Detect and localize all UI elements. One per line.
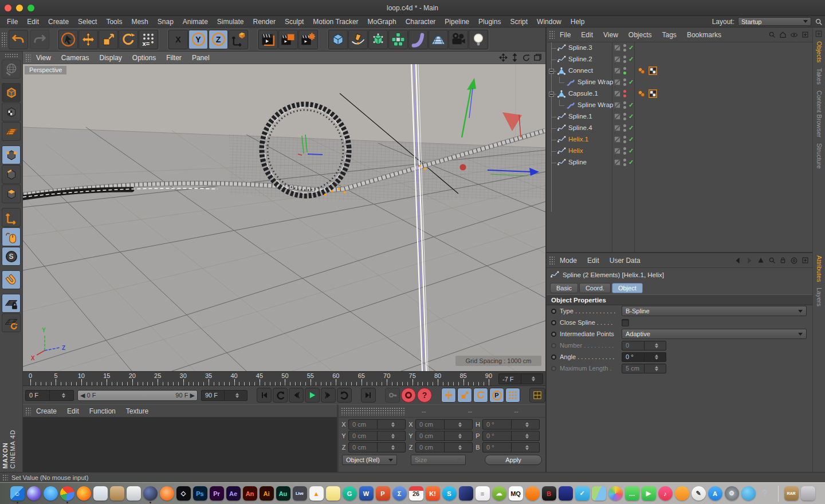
dock-messages-icon[interactable]: … (625, 486, 639, 501)
add-cloner-mograph-button[interactable] (388, 30, 408, 49)
sidebar-grip[interactable] (5, 53, 18, 58)
attr-back-icon[interactable] (734, 257, 742, 265)
dock-stickies-icon[interactable] (326, 486, 340, 501)
dynamics-tag-icon[interactable] (637, 66, 646, 75)
menu-cameras[interactable]: Cameras (56, 54, 95, 62)
viewport-scene[interactable]: Y Z X Grid Spacing : 1000 cm (23, 64, 545, 371)
layer-swatch[interactable] (614, 56, 620, 62)
perspective-viewport[interactable]: ViewCamerasDisplayOptionsFilterPanel Per… (23, 52, 545, 371)
ruler-frame-50[interactable]: 50 (281, 372, 288, 379)
frame-offset-field[interactable]: -7 F (498, 373, 543, 384)
dock-audition-icon[interactable]: Au (276, 486, 290, 501)
om-search-icon[interactable] (768, 31, 776, 38)
key-pla-toggle[interactable] (505, 388, 520, 403)
dock-siri-icon[interactable] (27, 486, 41, 501)
add-floor-environment-button[interactable] (429, 30, 448, 49)
om-home-icon[interactable] (779, 31, 787, 38)
dock-bitdefender-icon[interactable]: B (542, 486, 556, 501)
menu-file[interactable]: File (555, 31, 576, 39)
key-rotation-toggle[interactable] (473, 388, 488, 403)
polygons-mode-button[interactable] (2, 184, 21, 203)
panel-tab-layers[interactable]: Layers (816, 288, 823, 306)
visibility-dots[interactable] (623, 136, 626, 143)
workplane-transform-button[interactable] (2, 313, 21, 332)
points-mode-button[interactable] (2, 145, 21, 164)
position-z-field[interactable]: 0 cm (348, 442, 406, 452)
make-editable-button[interactable] (2, 60, 21, 78)
menu-file[interactable]: File (2, 18, 22, 26)
lock-y-axis-button[interactable]: Y (188, 30, 208, 49)
enable-check[interactable]: ✓ (628, 101, 634, 109)
dock-illustrator-icon[interactable]: Ai (260, 486, 274, 501)
attr-search-icon[interactable] (768, 257, 776, 264)
dock-unity-icon[interactable]: ◇ (176, 486, 191, 501)
panel-tab-takes[interactable]: Takes (816, 68, 823, 85)
layer-swatch[interactable] (614, 90, 620, 97)
menu-mograph[interactable]: MoGraph (363, 18, 401, 26)
visibility-dots[interactable] (623, 159, 626, 166)
camera-label[interactable]: Perspective (25, 66, 66, 74)
scale-tool[interactable] (99, 30, 118, 49)
edit-render-settings-button[interactable] (298, 30, 318, 49)
object-row-spline-1[interactable]: Spline.1✓ (547, 111, 812, 123)
search-icon[interactable] (815, 18, 823, 26)
dock-mq-app-icon[interactable]: MQ (509, 486, 523, 501)
panel-tab-attributes[interactable]: Attributes (816, 255, 823, 282)
object-row-spline-3[interactable]: Spline.3✓ (547, 42, 812, 54)
dock-cinema4d-icon[interactable] (143, 486, 158, 501)
om-add-panel-icon[interactable] (802, 31, 809, 38)
lock-workplane-button[interactable] (2, 294, 21, 313)
object-row-spline-2[interactable]: Spline.2✓ (547, 54, 812, 65)
menu-help[interactable]: Help (566, 18, 590, 26)
apply-button[interactable]: Apply (485, 455, 542, 465)
status-grip[interactable] (2, 474, 8, 481)
redo-button[interactable] (30, 30, 49, 49)
menu-view[interactable]: View (31, 54, 56, 62)
add-camera-button[interactable] (449, 30, 468, 49)
material-grip[interactable] (25, 407, 31, 415)
layer-swatch[interactable] (614, 159, 620, 166)
animation-dot-icon[interactable] (551, 332, 556, 337)
texture-tag-icon[interactable] (649, 89, 657, 98)
goto-previous-key-button[interactable] (273, 388, 288, 403)
dock-safari-icon[interactable] (44, 486, 58, 501)
add-bend-deformer-button[interactable] (408, 30, 428, 49)
texture-mode-button[interactable] (2, 103, 21, 121)
attr-tab-basic[interactable]: Basic (550, 283, 578, 293)
dock-missing-app-icon[interactable]: ? (758, 486, 772, 501)
object-name[interactable]: Spline Wrap (578, 101, 613, 108)
visibility-dots[interactable] (623, 67, 626, 74)
dock-vlc-icon[interactable]: ▲ (309, 486, 324, 501)
menu-select[interactable]: Select (73, 18, 101, 26)
menu-display[interactable]: Display (94, 54, 127, 62)
lock-x-axis-button[interactable]: X (168, 30, 188, 49)
angle-field[interactable]: 0 ° (622, 352, 666, 362)
panel-tab-objects[interactable]: Objects (816, 41, 823, 62)
size-mode-dropdown[interactable]: Size (411, 455, 466, 465)
menu-script[interactable]: Script (505, 18, 532, 26)
layer-swatch[interactable] (614, 148, 620, 154)
maximum-length-field[interactable]: 5 cm (622, 364, 666, 373)
menu-render[interactable]: Render (249, 18, 280, 26)
menu-options[interactable]: Options (127, 54, 161, 62)
enable-check[interactable]: ✓ (628, 124, 634, 132)
dock-wave-sphere-icon[interactable] (741, 486, 756, 501)
ruler-frame-25[interactable]: 25 (154, 372, 161, 379)
ruler-frame-20[interactable]: 20 (129, 372, 136, 379)
rotation-b-field[interactable]: 0 ° (482, 442, 540, 452)
layer-swatch[interactable] (614, 79, 620, 85)
goto-next-frame-button[interactable] (321, 388, 336, 403)
layer-swatch[interactable] (614, 125, 620, 131)
ruler-frame-55[interactable]: 55 (307, 372, 314, 379)
ruler-frame-30[interactable]: 30 (180, 372, 187, 379)
layer-swatch[interactable] (614, 68, 620, 74)
ruler-frame-70[interactable]: 70 (383, 372, 390, 379)
lock-z-axis-button[interactable]: Z (209, 30, 228, 49)
object-name[interactable]: Spline (568, 159, 587, 166)
edges-mode-button[interactable] (2, 165, 21, 184)
menu-edit[interactable]: Edit (22, 18, 44, 26)
viewport-solo-button[interactable]: S (2, 247, 21, 266)
menu-edit[interactable]: Edit (62, 407, 84, 415)
enable-check[interactable]: ✓ (628, 147, 634, 155)
menu-function[interactable]: Function (84, 407, 121, 415)
